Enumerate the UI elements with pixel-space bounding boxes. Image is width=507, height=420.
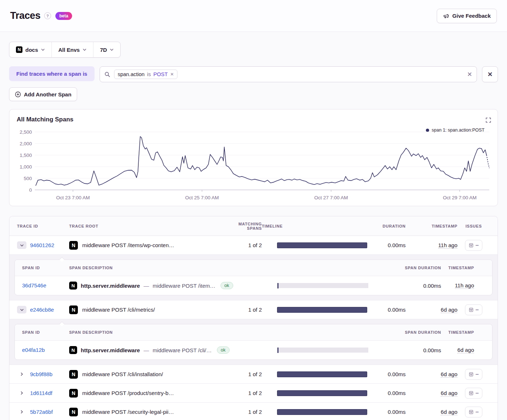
traces-table: TRACE IDTRACE ROOTMATCHING SPANSTIMELINE… — [9, 216, 498, 420]
timeline-bar[interactable] — [277, 307, 367, 313]
trace-id-link[interactable]: 94601262 — [30, 242, 54, 248]
spans-line-chart[interactable]: 05001,0001,5002,0002,500Oct 23 7:00 AMOc… — [9, 128, 498, 203]
trace-id-link[interactable]: 9cb9f88b — [30, 371, 53, 377]
minus-icon: – — [475, 307, 479, 313]
svg-text:Oct 27 7:00 AM: Oct 27 7:00 AM — [314, 195, 348, 200]
project-icon: N — [16, 46, 22, 53]
issues-button[interactable]: – — [465, 388, 482, 399]
add-another-span-button[interactable]: Add Another Span — [9, 87, 77, 101]
archive-icon — [469, 307, 474, 312]
trace-spans-panel: SPAN IDSPAN DESCRIPTIONSPAN DURATIONTIME… — [9, 255, 498, 300]
span-timestamp-value[interactable]: 11h ago — [455, 282, 474, 289]
svg-text:2,500: 2,500 — [20, 129, 32, 135]
column-header-matching-spans: MATCHING SPANS — [226, 222, 262, 230]
beta-badge: beta — [55, 12, 72, 20]
timeline-bar[interactable] — [277, 242, 367, 248]
svg-text:2,000: 2,000 — [20, 141, 32, 146]
environment-filter[interactable]: All Envs — [51, 42, 93, 57]
issues-button[interactable]: – — [465, 304, 482, 315]
help-icon[interactable]: ? — [44, 12, 51, 19]
span-operation: http.server.middleware — [81, 283, 140, 289]
clear-search-icon[interactable]: ✕ — [467, 71, 472, 78]
chart-title: All Matching Spans — [17, 116, 74, 123]
expand-trace-button[interactable] — [17, 389, 26, 397]
find-traces-label: Find traces where a span is — [9, 66, 95, 81]
span-timeline[interactable] — [274, 283, 374, 288]
span-description-text: middleware POST /item… — [152, 283, 215, 289]
page-filter-bar: N docs All Envs 7D — [9, 42, 121, 58]
issues-button[interactable]: – — [465, 369, 482, 380]
project-icon: N — [69, 370, 78, 379]
trace-root-text: middleware POST /cli/installation/ — [82, 371, 163, 377]
span-id-link[interactable]: e04fa12b — [22, 347, 45, 353]
issues-button[interactable]: – — [465, 240, 482, 251]
timestamp-value[interactable]: 6d ago — [441, 409, 457, 415]
trace-id-link[interactable]: e246cb8e — [30, 307, 54, 313]
expand-chart-icon[interactable] — [486, 117, 491, 123]
token-remove-icon[interactable]: ✕ — [170, 72, 174, 77]
trace-id-link[interactable]: 1d6114df — [30, 390, 52, 396]
timeline-bar[interactable] — [277, 409, 367, 415]
span-status-badge: ok — [217, 346, 230, 354]
span-id-link[interactable]: 36d7546e — [22, 282, 46, 288]
duration-value: 0.00ms — [367, 390, 406, 396]
separator: — — [143, 283, 149, 289]
svg-text:500: 500 — [24, 176, 32, 181]
span-table-header: SPAN IDSPAN DESCRIPTIONSPAN DURATIONTIME… — [15, 324, 492, 341]
token-operator: is — [147, 71, 151, 77]
project-icon: N — [69, 241, 78, 250]
project-filter[interactable]: N docs — [9, 42, 51, 57]
timestamp-value[interactable]: 6d ago — [441, 390, 457, 396]
column-header-trace-id: TRACE ID — [17, 224, 69, 228]
svg-text:1,000: 1,000 — [20, 164, 32, 170]
svg-text:Oct 29 7:00 AM: Oct 29 7:00 AM — [443, 195, 477, 200]
expand-trace-button[interactable] — [17, 408, 26, 416]
issues-button[interactable]: – — [465, 407, 482, 417]
traces-table-header: TRACE IDTRACE ROOTMATCHING SPANSTIMELINE… — [9, 216, 498, 236]
trace-row: 5b72a6bfNmiddleware POST /security-legal… — [9, 403, 498, 420]
column-header-span-id: SPAN ID — [22, 266, 69, 270]
give-feedback-button[interactable]: Give Feedback — [437, 9, 497, 23]
matching-spans-count: 1 of 2 — [226, 307, 262, 313]
minus-icon: – — [475, 242, 479, 249]
chevron-right-icon — [20, 372, 23, 376]
matching-spans-count: 1 of 2 — [226, 371, 262, 377]
span-timeline-track — [278, 348, 368, 353]
column-header-span-description: SPAN DESCRIPTION — [69, 266, 274, 270]
timestamp-value[interactable]: 11h ago — [438, 242, 457, 249]
svg-text:Oct 23 7:00 AM: Oct 23 7:00 AM — [56, 195, 90, 200]
plus-circle-icon — [15, 91, 21, 97]
search-filter-token[interactable]: span.action is POST ✕ — [114, 70, 177, 79]
span-timeline-track — [278, 283, 368, 288]
project-icon: N — [69, 408, 78, 416]
chevron-down-icon — [20, 244, 24, 247]
timestamp-value[interactable]: 6d ago — [441, 371, 457, 378]
svg-text:Oct 25 7:00 AM: Oct 25 7:00 AM — [185, 195, 219, 200]
expand-trace-button[interactable] — [17, 370, 26, 378]
trace-root-text: middleware POST /cli/metrics/ — [82, 307, 155, 313]
matching-spans-count: 1 of 2 — [226, 409, 262, 415]
trace-id-link[interactable]: 5b72a6bf — [30, 409, 53, 415]
trace-row: 94601262Nmiddleware POST /items/wp-conte… — [9, 236, 498, 255]
minus-icon: – — [475, 409, 479, 415]
span-description-text: middleware POST /cli/… — [152, 347, 211, 353]
project-icon: N — [69, 389, 78, 398]
trace-row: 1d6114dfNmiddleware POST /product/sentry… — [9, 384, 498, 403]
archive-icon — [469, 243, 474, 248]
span-timestamp-value[interactable]: 6d ago — [457, 347, 474, 353]
trace-root-text: middleware POST /security-legal-pii… — [82, 409, 174, 415]
collapse-trace-button[interactable] — [17, 306, 26, 313]
timestamp-value[interactable]: 6d ago — [441, 307, 457, 313]
date-range-filter[interactable]: 7D — [93, 42, 120, 57]
span-search-input[interactable]: span.action is POST ✕ ✕ — [100, 66, 477, 82]
chevron-down-icon — [83, 48, 87, 51]
chevron-right-icon — [20, 410, 23, 414]
span-timeline[interactable] — [274, 348, 374, 353]
timeline-bar[interactable] — [277, 390, 367, 396]
svg-text:0: 0 — [29, 187, 32, 193]
collapse-trace-button[interactable] — [17, 241, 26, 249]
project-icon: N — [69, 346, 77, 354]
project-icon: N — [69, 305, 78, 314]
remove-span-query-button[interactable]: ✕ — [482, 66, 498, 82]
timeline-bar[interactable] — [277, 371, 367, 377]
